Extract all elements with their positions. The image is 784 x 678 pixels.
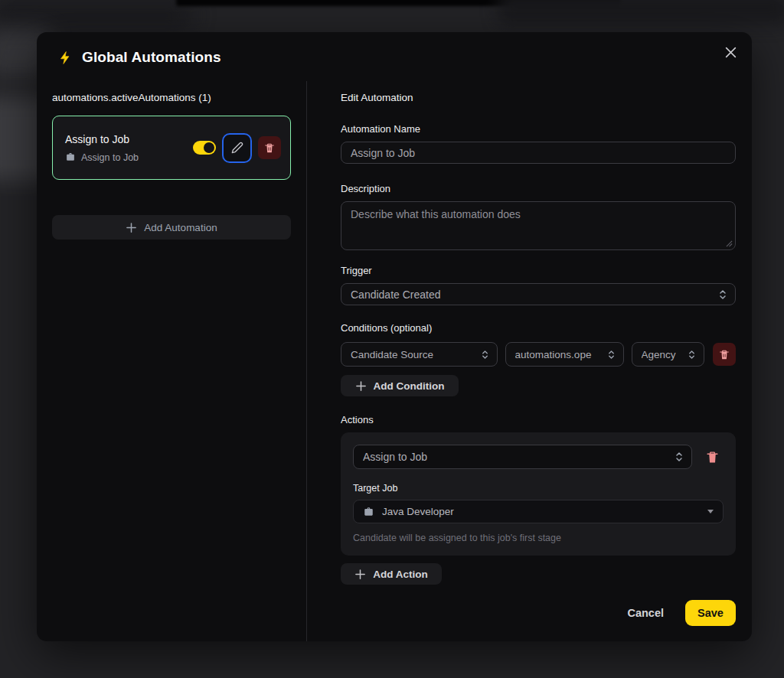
delete-action-button[interactable] xyxy=(706,450,719,464)
chevron-up-down-icon xyxy=(607,349,616,360)
automation-name-input[interactable] xyxy=(341,142,736,164)
condition-row: Candidate Source automations.ope Agency xyxy=(341,342,736,367)
condition-value-select[interactable]: Agency xyxy=(632,342,704,367)
trigger-select-value: Candidate Created xyxy=(351,288,712,301)
plus-icon xyxy=(126,222,137,233)
target-job-select[interactable]: Java Developer xyxy=(353,500,724,523)
edit-automation-panel: Edit Automation Automation Name Descript… xyxy=(307,81,752,641)
briefcase-icon xyxy=(363,507,374,517)
action-type-row: Assign to Job xyxy=(353,445,724,469)
automation-job-row: Assign to Job xyxy=(65,152,193,163)
modal-body: automations.activeAutomations (1) Assign… xyxy=(37,81,752,641)
caret-down-icon xyxy=(707,510,714,513)
lightning-bolt-icon xyxy=(58,50,73,66)
chevron-up-down-icon xyxy=(675,451,684,463)
description-field-wrap xyxy=(341,201,736,250)
chevron-up-down-icon xyxy=(718,288,727,301)
delete-condition-button[interactable] xyxy=(713,343,736,366)
chevron-up-down-icon xyxy=(688,349,696,360)
trash-icon xyxy=(706,450,719,464)
toggle-knob xyxy=(204,142,214,153)
plus-icon xyxy=(355,380,367,392)
modal-footer: Cancel Save xyxy=(341,585,736,626)
delete-automation-button[interactable] xyxy=(258,136,281,159)
global-automations-modal: Global Automations automations.activeAut… xyxy=(37,32,752,641)
action-card: Assign to Job Target Job xyxy=(341,432,736,556)
plus-icon xyxy=(354,569,366,580)
x-icon xyxy=(724,46,737,59)
add-automation-label: Add Automation xyxy=(144,222,217,233)
briefcase-icon xyxy=(65,152,76,162)
condition-operator-value: automations.ope xyxy=(515,349,601,360)
automations-list-panel: automations.activeAutomations (1) Assign… xyxy=(37,81,307,641)
edit-automation-header: Edit Automation xyxy=(341,92,736,103)
description-label: Description xyxy=(341,183,736,194)
condition-field-select[interactable]: Candidate Source xyxy=(341,342,498,367)
add-automation-button[interactable]: Add Automation xyxy=(52,215,291,240)
automation-enabled-toggle[interactable] xyxy=(193,141,216,155)
add-action-button[interactable]: Add Action xyxy=(341,563,442,585)
add-condition-label: Add Condition xyxy=(374,380,445,392)
save-button[interactable]: Save xyxy=(685,600,736,626)
add-condition-button[interactable]: Add Condition xyxy=(341,375,459,396)
automations-list-header: automations.activeAutomations (1) xyxy=(52,92,291,103)
add-action-label: Add Action xyxy=(373,569,428,580)
trash-icon xyxy=(264,142,275,154)
automation-info: Assign to Job Assign to Job xyxy=(65,133,193,163)
modal-header: Global Automations xyxy=(37,32,752,81)
background-blur-shape xyxy=(498,0,784,24)
trash-icon xyxy=(719,349,730,360)
action-type-value: Assign to Job xyxy=(363,451,668,463)
description-textarea[interactable] xyxy=(341,201,736,250)
chevron-up-down-icon xyxy=(481,349,489,360)
cancel-button[interactable]: Cancel xyxy=(627,607,664,619)
automation-job-label: Assign to Job xyxy=(81,152,139,163)
target-job-value: Java Developer xyxy=(382,506,700,517)
automation-name: Assign to Job xyxy=(65,133,193,145)
trigger-select[interactable]: Candidate Created xyxy=(341,283,736,305)
target-job-label: Target Job xyxy=(353,483,724,494)
background-blur-shape xyxy=(176,0,620,6)
condition-operator-select[interactable]: automations.ope xyxy=(505,342,624,367)
automation-name-label: Automation Name xyxy=(341,123,736,135)
conditions-label: Conditions (optional) xyxy=(341,322,736,334)
close-button[interactable] xyxy=(720,41,741,63)
pencil-icon xyxy=(231,142,243,154)
automation-card[interactable]: Assign to Job Assign to Job xyxy=(52,116,291,180)
action-helper-text: Candidate will be assigned to this job's… xyxy=(353,533,724,543)
modal-title: Global Automations xyxy=(82,49,221,66)
actions-label: Actions xyxy=(341,414,736,425)
condition-field-value: Candidate Source xyxy=(351,349,475,360)
automation-controls xyxy=(193,133,281,163)
action-type-select[interactable]: Assign to Job xyxy=(353,445,692,469)
background-blur-shape xyxy=(0,0,191,31)
condition-value-value: Agency xyxy=(642,349,681,360)
trigger-label: Trigger xyxy=(341,265,736,276)
edit-automation-button[interactable] xyxy=(222,133,252,163)
